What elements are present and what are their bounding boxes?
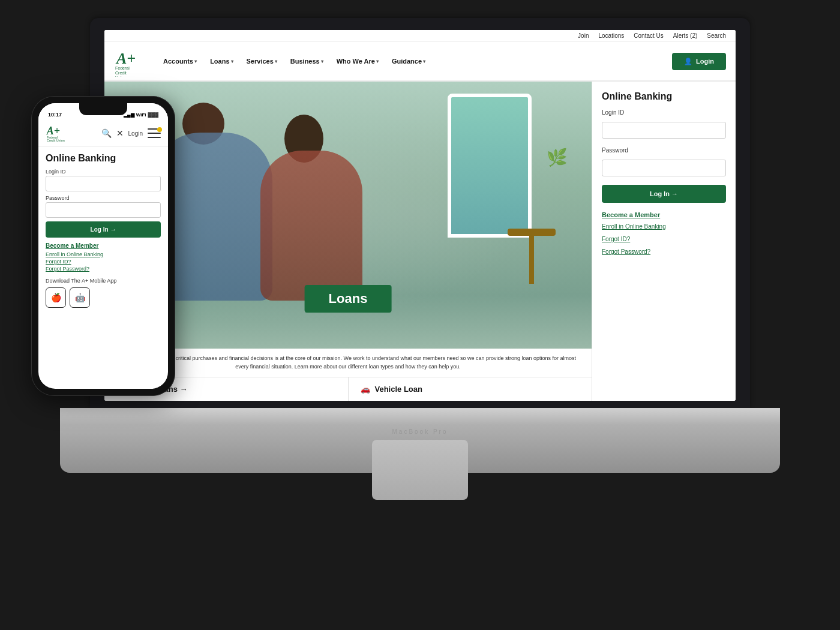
nav-services[interactable]: Services▾ xyxy=(241,54,283,68)
person2-body xyxy=(260,151,362,301)
phone-login-text[interactable]: Login xyxy=(128,130,143,137)
phone-password-input[interactable] xyxy=(46,202,161,218)
phone-banking-title: Online Banking xyxy=(46,153,161,164)
phone-login-id-label: Login ID xyxy=(46,169,161,175)
phone-close-icon[interactable]: ✕ xyxy=(116,128,124,138)
scene: Join Locations Contact Us Alerts (2) Sea… xyxy=(0,0,840,630)
nav-loans[interactable]: Loans▾ xyxy=(204,54,239,68)
laptop-base: MacBook Pro xyxy=(60,425,780,473)
car-icon: 🚗 xyxy=(361,385,370,394)
phone-password-label: Password xyxy=(46,195,161,201)
phone-app-section: Download The A+ Mobile App 🍎 🤖 xyxy=(46,278,161,308)
log-in-button[interactable]: Log In → xyxy=(602,185,726,203)
nav-who-we-are[interactable]: Who We Are▾ xyxy=(331,54,385,68)
banking-title: Online Banking xyxy=(602,91,726,102)
phone-forgot-password-link[interactable]: Forgot Password? xyxy=(46,266,161,272)
site-nav: A+ Federal Credit Union Accounts▾ Loans▾… xyxy=(104,42,736,82)
enroll-link[interactable]: Enroll in Online Banking xyxy=(602,223,726,230)
status-icons: ▂▄▆ WiFi ▓▓▓ xyxy=(124,112,158,118)
svg-text:Union: Union xyxy=(115,76,126,77)
become-member-link[interactable]: Become a Member xyxy=(602,211,726,218)
person-icon: 👤 xyxy=(684,58,692,65)
battery-icon: ▓▓▓ xyxy=(148,112,159,118)
phone-body: 10:17 ▂▄▆ WiFi ▓▓▓ A+ Federal Credit Uni… xyxy=(31,96,175,396)
login-id-input[interactable] xyxy=(602,122,726,139)
password-input[interactable] xyxy=(602,160,726,176)
bg-door xyxy=(448,94,532,238)
svg-text:Federal: Federal xyxy=(115,66,130,70)
notification-dot xyxy=(157,127,162,132)
laptop-trackpad[interactable] xyxy=(372,440,468,500)
phone-enroll-link[interactable]: Enroll in Online Banking xyxy=(46,251,161,257)
wifi-icon: WiFi xyxy=(136,112,146,118)
svg-text:Credit: Credit xyxy=(115,71,127,75)
password-label: Password xyxy=(602,147,726,154)
login-id-label: Login ID xyxy=(602,109,726,116)
search-link[interactable]: Search xyxy=(707,32,726,39)
alerts-badge[interactable]: Alerts (2) xyxy=(673,32,698,39)
contact-us-link[interactable]: Contact Us xyxy=(634,32,663,39)
phone-time: 10:17 xyxy=(48,112,62,118)
phone-become-member-link[interactable]: Become a Member xyxy=(46,242,161,249)
svg-text:A+: A+ xyxy=(115,50,136,67)
apple-app-badge[interactable]: 🍎 xyxy=(46,287,66,308)
phone-logo-icon: A+ Federal Credit Union xyxy=(46,122,67,144)
phone-menu-icon[interactable] xyxy=(148,128,161,138)
forgot-password-link[interactable]: Forgot Password? xyxy=(602,248,726,255)
phone-nav-icons: 🔍 ✕ Login xyxy=(101,128,161,138)
nav-business[interactable]: Business▾ xyxy=(284,54,329,68)
site-logo: A+ Federal Credit Union xyxy=(114,46,145,77)
login-button[interactable]: 👤 Login xyxy=(672,53,726,70)
svg-text:Credit Union: Credit Union xyxy=(47,139,65,142)
website: Join Locations Contact Us Alerts (2) Sea… xyxy=(104,30,736,401)
phone-content: Online Banking Login ID Password Log In … xyxy=(38,147,168,385)
site-topbar: Join Locations Contact Us Alerts (2) Sea… xyxy=(104,30,736,42)
nav-links: Accounts▾ Loans▾ Services▾ Business▾ Who… xyxy=(157,54,672,68)
stool xyxy=(508,229,556,301)
site-main-content: 🌿 xyxy=(104,82,736,401)
banking-panel: Online Banking Login ID Password Log In … xyxy=(592,82,736,401)
android-app-badge[interactable]: 🤖 xyxy=(70,287,90,308)
phone-nav: A+ Federal Credit Union 🔍 ✕ Login xyxy=(38,120,168,147)
laptop-screen-bezel: Join Locations Contact Us Alerts (2) Sea… xyxy=(90,18,750,408)
plant-icon: 🌿 xyxy=(547,148,568,167)
macbook-label: MacBook Pro xyxy=(392,428,448,435)
svg-text:A+: A+ xyxy=(46,125,60,137)
forgot-id-link[interactable]: Forgot ID? xyxy=(602,236,726,242)
phone: 10:17 ▂▄▆ WiFi ▓▓▓ A+ Federal Credit Uni… xyxy=(31,96,175,396)
app-badges: 🍎 🤖 xyxy=(46,287,161,308)
loan-items-row: 🏠 Home Loans → 🚗 Vehicle Loan xyxy=(104,377,592,401)
phone-forgot-id-link[interactable]: Forgot ID? xyxy=(46,259,161,265)
nav-accounts[interactable]: Accounts▾ xyxy=(157,54,203,68)
phone-search-icon[interactable]: 🔍 xyxy=(101,128,112,138)
hero-image: 🌿 xyxy=(104,82,592,349)
phone-app-title: Download The A+ Mobile App xyxy=(46,278,161,284)
logo-icon: A+ Federal Credit Union xyxy=(114,46,145,77)
locations-link[interactable]: Locations xyxy=(598,32,624,39)
hero-side: 🌿 xyxy=(104,82,592,401)
laptop-hinge xyxy=(60,408,780,425)
hero-description: Providing help for your critical purchas… xyxy=(104,349,592,377)
laptop-screen: Join Locations Contact Us Alerts (2) Sea… xyxy=(104,30,736,401)
phone-screen: 10:17 ▂▄▆ WiFi ▓▓▓ A+ Federal Credit Uni… xyxy=(38,103,168,389)
hero-banner: Loans xyxy=(305,285,392,313)
phone-login-button[interactable]: Log In → xyxy=(46,221,161,238)
vehicle-loans-link[interactable]: 🚗 Vehicle Loan xyxy=(349,377,592,401)
nav-guidance[interactable]: Guidance▾ xyxy=(386,54,431,68)
join-link[interactable]: Join xyxy=(578,32,589,39)
phone-login-id-input[interactable] xyxy=(46,176,161,191)
phone-logo: A+ Federal Credit Union xyxy=(46,122,67,144)
phone-notch xyxy=(79,103,127,115)
